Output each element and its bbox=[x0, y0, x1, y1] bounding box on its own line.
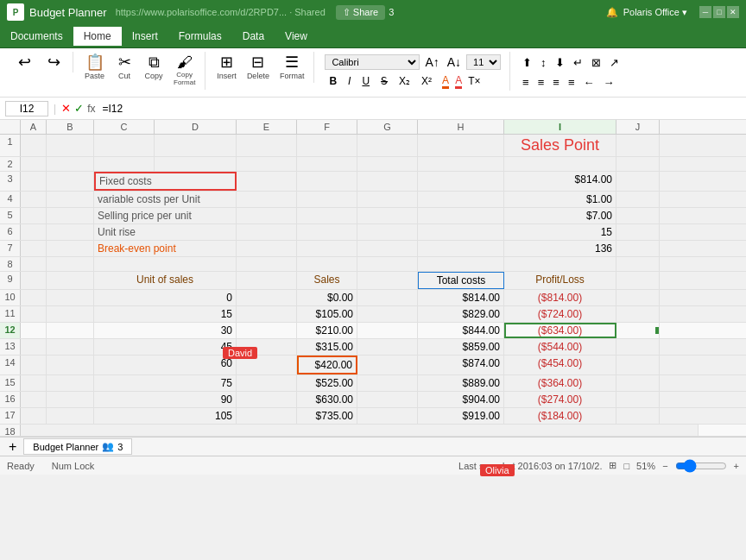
menu-documents[interactable]: Documents bbox=[0, 27, 73, 46]
paste-button[interactable]: 📋 Paste bbox=[80, 52, 109, 83]
cell-e2[interactable] bbox=[237, 157, 297, 171]
align-middle-button[interactable]: ↕ bbox=[537, 53, 550, 72]
cell-g10[interactable] bbox=[357, 290, 418, 305]
cell-j14[interactable] bbox=[616, 356, 660, 374]
cell-f5[interactable] bbox=[297, 208, 357, 223]
cell-h4[interactable] bbox=[418, 192, 504, 207]
confirm-formula-button[interactable]: ✓ bbox=[74, 102, 84, 115]
merge-button[interactable]: ⊠ bbox=[588, 53, 604, 72]
cell-a16[interactable] bbox=[21, 392, 47, 407]
font-size-decrease[interactable]: A↓ bbox=[445, 53, 464, 71]
cell-f14-jacob[interactable]: $420.00 bbox=[297, 356, 357, 374]
page-view-icon[interactable]: □ bbox=[623, 461, 629, 471]
cell-a7[interactable] bbox=[21, 241, 47, 256]
cell-i2[interactable] bbox=[504, 157, 616, 171]
strikethrough-button[interactable]: S̶ bbox=[376, 73, 392, 89]
cell-h13[interactable]: $859.00 bbox=[418, 339, 504, 355]
cell-e12[interactable] bbox=[237, 323, 297, 338]
cell-b11[interactable] bbox=[47, 306, 94, 322]
format-button[interactable]: ☰ Format bbox=[275, 52, 309, 83]
cell-g6[interactable] bbox=[357, 224, 418, 240]
cell-h1[interactable] bbox=[418, 135, 504, 156]
cell-j3[interactable] bbox=[616, 172, 660, 191]
cell-h11[interactable]: $829.00 bbox=[418, 306, 504, 322]
cell-h9-total-header[interactable]: Total costs bbox=[418, 272, 504, 289]
cell-j15[interactable] bbox=[616, 375, 660, 391]
cell-18-partial[interactable] bbox=[21, 425, 699, 436]
cell-f13[interactable]: $315.00 bbox=[297, 339, 357, 355]
cell-h7[interactable] bbox=[418, 241, 504, 256]
cell-h5[interactable] bbox=[418, 208, 504, 223]
cell-h10[interactable]: $814.00 bbox=[418, 290, 504, 305]
cell-i17[interactable]: ($184.00) bbox=[504, 408, 616, 424]
cut-button[interactable]: ✂ Cut bbox=[111, 52, 138, 83]
font-family-select[interactable]: Calibri bbox=[325, 54, 420, 70]
cell-e5[interactable] bbox=[237, 208, 297, 223]
subscript-button[interactable]: X₂ bbox=[395, 73, 414, 89]
cell-i8[interactable] bbox=[504, 257, 616, 271]
cell-j13[interactable] bbox=[616, 339, 660, 355]
menu-formulas[interactable]: Formulas bbox=[168, 27, 232, 46]
cell-c11[interactable]: 15 bbox=[94, 306, 237, 322]
cell-reference-input[interactable] bbox=[5, 101, 48, 116]
cell-e3[interactable] bbox=[237, 172, 297, 191]
font-size-select[interactable]: 11 bbox=[466, 54, 501, 70]
cell-b16[interactable] bbox=[47, 392, 94, 407]
cell-b12[interactable] bbox=[47, 323, 94, 338]
cell-g3[interactable] bbox=[357, 172, 418, 191]
cell-e4[interactable] bbox=[237, 192, 297, 207]
cell-g4[interactable] bbox=[357, 192, 418, 207]
cell-h14[interactable]: $874.00 bbox=[418, 356, 504, 374]
cell-a17[interactable] bbox=[21, 408, 47, 424]
cell-j8[interactable] bbox=[616, 257, 660, 271]
add-sheet-button[interactable]: + bbox=[3, 439, 22, 455]
cell-a4[interactable] bbox=[21, 192, 47, 207]
restore-button[interactable]: □ bbox=[713, 6, 725, 18]
cell-b15[interactable] bbox=[47, 375, 94, 391]
cell-h15[interactable]: $889.00 bbox=[418, 375, 504, 391]
cell-g12[interactable] bbox=[357, 323, 418, 338]
cell-e1[interactable] bbox=[237, 135, 297, 156]
align-left-button[interactable]: ≡ bbox=[519, 73, 533, 91]
close-button[interactable]: ✕ bbox=[727, 6, 739, 18]
cell-e17[interactable] bbox=[237, 408, 297, 424]
cell-c16[interactable]: 90 bbox=[94, 392, 237, 407]
cell-d2[interactable] bbox=[155, 157, 237, 171]
cell-c13[interactable]: 45 bbox=[94, 339, 237, 355]
align-bottom-button[interactable]: ⬇ bbox=[552, 53, 568, 72]
cell-g2[interactable] bbox=[357, 157, 418, 171]
cell-h12[interactable]: $844.00 bbox=[418, 323, 504, 338]
cell-d1[interactable] bbox=[155, 135, 237, 156]
highlight-color[interactable]: A bbox=[442, 74, 449, 89]
cell-j17[interactable] bbox=[616, 408, 660, 424]
cell-g8[interactable] bbox=[357, 257, 418, 271]
cell-b8[interactable] bbox=[47, 257, 94, 271]
cell-j1[interactable] bbox=[616, 135, 660, 156]
cell-i15[interactable]: ($364.00) bbox=[504, 375, 616, 391]
cell-a15[interactable] bbox=[21, 375, 47, 391]
copy-button[interactable]: ⧉ Copy bbox=[140, 52, 168, 83]
cell-j4[interactable] bbox=[616, 192, 660, 207]
copy-format-button[interactable]: 🖌 CopyFormat bbox=[169, 52, 199, 90]
cell-f16[interactable]: $630.00 bbox=[297, 392, 357, 407]
cell-c4[interactable]: variable costs per Unit bbox=[94, 192, 237, 207]
cell-c15[interactable]: 75 bbox=[94, 375, 237, 391]
cell-c9-unit-header[interactable]: Unit of sales bbox=[94, 272, 237, 289]
cell-j6[interactable] bbox=[616, 224, 660, 240]
cell-c5[interactable]: Selling price per unit bbox=[94, 208, 237, 223]
share-button[interactable]: ⇧ Share bbox=[336, 5, 385, 20]
cell-h16[interactable]: $904.00 bbox=[418, 392, 504, 407]
italic-button[interactable]: I bbox=[344, 73, 355, 89]
cell-a13[interactable] bbox=[21, 339, 47, 355]
cell-a9[interactable] bbox=[21, 272, 47, 289]
formula-input[interactable] bbox=[98, 103, 741, 115]
cell-i1-title[interactable]: Sales Point bbox=[504, 135, 616, 156]
cell-c17[interactable]: 105 bbox=[94, 408, 237, 424]
cell-f17[interactable]: $735.00 bbox=[297, 408, 357, 424]
cell-a10[interactable] bbox=[21, 290, 47, 305]
cell-j5[interactable] bbox=[616, 208, 660, 223]
cell-c7[interactable]: Break-even point bbox=[94, 241, 237, 256]
cell-f3[interactable] bbox=[297, 172, 357, 191]
bell-icon[interactable]: 🔔 bbox=[606, 7, 618, 18]
cell-a6[interactable] bbox=[21, 224, 47, 240]
